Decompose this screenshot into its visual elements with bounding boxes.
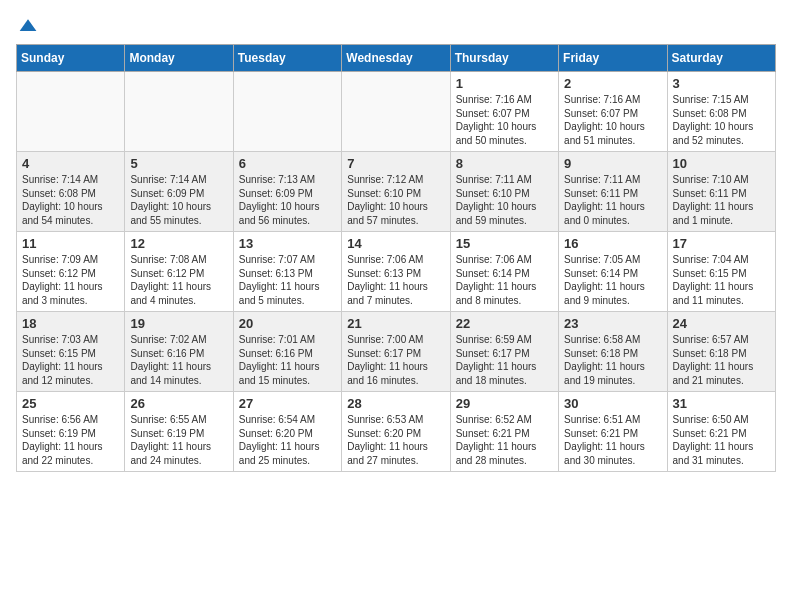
calendar-cell: 31Sunrise: 6:50 AMSunset: 6:21 PMDayligh… xyxy=(667,392,775,472)
day-info: Sunrise: 7:09 AMSunset: 6:12 PMDaylight:… xyxy=(22,253,119,307)
day-of-week-header: Monday xyxy=(125,45,233,72)
calendar-cell: 30Sunrise: 6:51 AMSunset: 6:21 PMDayligh… xyxy=(559,392,667,472)
calendar-cell: 18Sunrise: 7:03 AMSunset: 6:15 PMDayligh… xyxy=(17,312,125,392)
calendar-cell: 5Sunrise: 7:14 AMSunset: 6:09 PMDaylight… xyxy=(125,152,233,232)
day-number: 21 xyxy=(347,316,444,331)
day-info: Sunrise: 7:02 AMSunset: 6:16 PMDaylight:… xyxy=(130,333,227,387)
calendar-cell: 2Sunrise: 7:16 AMSunset: 6:07 PMDaylight… xyxy=(559,72,667,152)
day-info: Sunrise: 7:00 AMSunset: 6:17 PMDaylight:… xyxy=(347,333,444,387)
day-info: Sunrise: 7:05 AMSunset: 6:14 PMDaylight:… xyxy=(564,253,661,307)
day-info: Sunrise: 6:53 AMSunset: 6:20 PMDaylight:… xyxy=(347,413,444,467)
calendar-cell xyxy=(17,72,125,152)
day-number: 9 xyxy=(564,156,661,171)
calendar-cell: 7Sunrise: 7:12 AMSunset: 6:10 PMDaylight… xyxy=(342,152,450,232)
day-number: 3 xyxy=(673,76,770,91)
calendar-header-row: SundayMondayTuesdayWednesdayThursdayFrid… xyxy=(17,45,776,72)
calendar-cell: 16Sunrise: 7:05 AMSunset: 6:14 PMDayligh… xyxy=(559,232,667,312)
day-info: Sunrise: 6:56 AMSunset: 6:19 PMDaylight:… xyxy=(22,413,119,467)
day-info: Sunrise: 7:04 AMSunset: 6:15 PMDaylight:… xyxy=(673,253,770,307)
calendar-cell: 25Sunrise: 6:56 AMSunset: 6:19 PMDayligh… xyxy=(17,392,125,472)
day-number: 2 xyxy=(564,76,661,91)
calendar-cell: 1Sunrise: 7:16 AMSunset: 6:07 PMDaylight… xyxy=(450,72,558,152)
calendar-cell: 27Sunrise: 6:54 AMSunset: 6:20 PMDayligh… xyxy=(233,392,341,472)
day-number: 24 xyxy=(673,316,770,331)
calendar-week-row: 25Sunrise: 6:56 AMSunset: 6:19 PMDayligh… xyxy=(17,392,776,472)
calendar-cell: 19Sunrise: 7:02 AMSunset: 6:16 PMDayligh… xyxy=(125,312,233,392)
day-number: 4 xyxy=(22,156,119,171)
calendar-cell: 10Sunrise: 7:10 AMSunset: 6:11 PMDayligh… xyxy=(667,152,775,232)
day-number: 30 xyxy=(564,396,661,411)
calendar-cell: 22Sunrise: 6:59 AMSunset: 6:17 PMDayligh… xyxy=(450,312,558,392)
day-info: Sunrise: 7:16 AMSunset: 6:07 PMDaylight:… xyxy=(456,93,553,147)
calendar-cell: 24Sunrise: 6:57 AMSunset: 6:18 PMDayligh… xyxy=(667,312,775,392)
day-info: Sunrise: 7:01 AMSunset: 6:16 PMDaylight:… xyxy=(239,333,336,387)
calendar-cell: 11Sunrise: 7:09 AMSunset: 6:12 PMDayligh… xyxy=(17,232,125,312)
day-number: 29 xyxy=(456,396,553,411)
day-info: Sunrise: 7:11 AMSunset: 6:11 PMDaylight:… xyxy=(564,173,661,227)
calendar-week-row: 4Sunrise: 7:14 AMSunset: 6:08 PMDaylight… xyxy=(17,152,776,232)
calendar-cell xyxy=(233,72,341,152)
day-info: Sunrise: 6:59 AMSunset: 6:17 PMDaylight:… xyxy=(456,333,553,387)
day-of-week-header: Tuesday xyxy=(233,45,341,72)
calendar-cell: 26Sunrise: 6:55 AMSunset: 6:19 PMDayligh… xyxy=(125,392,233,472)
day-info: Sunrise: 7:06 AMSunset: 6:14 PMDaylight:… xyxy=(456,253,553,307)
calendar-cell xyxy=(125,72,233,152)
day-number: 1 xyxy=(456,76,553,91)
calendar-cell: 8Sunrise: 7:11 AMSunset: 6:10 PMDaylight… xyxy=(450,152,558,232)
day-info: Sunrise: 7:14 AMSunset: 6:08 PMDaylight:… xyxy=(22,173,119,227)
day-info: Sunrise: 7:03 AMSunset: 6:15 PMDaylight:… xyxy=(22,333,119,387)
page-header xyxy=(16,16,776,36)
day-info: Sunrise: 6:58 AMSunset: 6:18 PMDaylight:… xyxy=(564,333,661,387)
day-info: Sunrise: 6:55 AMSunset: 6:19 PMDaylight:… xyxy=(130,413,227,467)
calendar-cell: 6Sunrise: 7:13 AMSunset: 6:09 PMDaylight… xyxy=(233,152,341,232)
calendar-cell: 3Sunrise: 7:15 AMSunset: 6:08 PMDaylight… xyxy=(667,72,775,152)
day-info: Sunrise: 7:16 AMSunset: 6:07 PMDaylight:… xyxy=(564,93,661,147)
day-info: Sunrise: 7:10 AMSunset: 6:11 PMDaylight:… xyxy=(673,173,770,227)
day-info: Sunrise: 6:57 AMSunset: 6:18 PMDaylight:… xyxy=(673,333,770,387)
logo-icon xyxy=(18,16,38,36)
day-info: Sunrise: 7:12 AMSunset: 6:10 PMDaylight:… xyxy=(347,173,444,227)
day-number: 14 xyxy=(347,236,444,251)
day-number: 25 xyxy=(22,396,119,411)
calendar-cell: 23Sunrise: 6:58 AMSunset: 6:18 PMDayligh… xyxy=(559,312,667,392)
day-info: Sunrise: 7:11 AMSunset: 6:10 PMDaylight:… xyxy=(456,173,553,227)
day-info: Sunrise: 7:15 AMSunset: 6:08 PMDaylight:… xyxy=(673,93,770,147)
day-number: 7 xyxy=(347,156,444,171)
day-number: 31 xyxy=(673,396,770,411)
calendar-cell: 4Sunrise: 7:14 AMSunset: 6:08 PMDaylight… xyxy=(17,152,125,232)
day-of-week-header: Thursday xyxy=(450,45,558,72)
day-of-week-header: Wednesday xyxy=(342,45,450,72)
day-number: 19 xyxy=(130,316,227,331)
day-info: Sunrise: 7:13 AMSunset: 6:09 PMDaylight:… xyxy=(239,173,336,227)
day-number: 8 xyxy=(456,156,553,171)
day-of-week-header: Saturday xyxy=(667,45,775,72)
day-number: 12 xyxy=(130,236,227,251)
calendar-cell: 20Sunrise: 7:01 AMSunset: 6:16 PMDayligh… xyxy=(233,312,341,392)
day-number: 15 xyxy=(456,236,553,251)
day-number: 11 xyxy=(22,236,119,251)
day-number: 20 xyxy=(239,316,336,331)
day-number: 6 xyxy=(239,156,336,171)
calendar-cell: 12Sunrise: 7:08 AMSunset: 6:12 PMDayligh… xyxy=(125,232,233,312)
day-info: Sunrise: 6:54 AMSunset: 6:20 PMDaylight:… xyxy=(239,413,336,467)
day-number: 27 xyxy=(239,396,336,411)
day-info: Sunrise: 7:07 AMSunset: 6:13 PMDaylight:… xyxy=(239,253,336,307)
day-number: 10 xyxy=(673,156,770,171)
calendar-cell: 13Sunrise: 7:07 AMSunset: 6:13 PMDayligh… xyxy=(233,232,341,312)
calendar-cell: 29Sunrise: 6:52 AMSunset: 6:21 PMDayligh… xyxy=(450,392,558,472)
day-number: 13 xyxy=(239,236,336,251)
day-number: 22 xyxy=(456,316,553,331)
day-info: Sunrise: 7:14 AMSunset: 6:09 PMDaylight:… xyxy=(130,173,227,227)
calendar-week-row: 1Sunrise: 7:16 AMSunset: 6:07 PMDaylight… xyxy=(17,72,776,152)
calendar-week-row: 18Sunrise: 7:03 AMSunset: 6:15 PMDayligh… xyxy=(17,312,776,392)
day-info: Sunrise: 6:51 AMSunset: 6:21 PMDaylight:… xyxy=(564,413,661,467)
calendar-cell: 14Sunrise: 7:06 AMSunset: 6:13 PMDayligh… xyxy=(342,232,450,312)
calendar-cell: 9Sunrise: 7:11 AMSunset: 6:11 PMDaylight… xyxy=(559,152,667,232)
day-info: Sunrise: 6:52 AMSunset: 6:21 PMDaylight:… xyxy=(456,413,553,467)
day-of-week-header: Sunday xyxy=(17,45,125,72)
logo xyxy=(16,16,38,36)
calendar-cell: 28Sunrise: 6:53 AMSunset: 6:20 PMDayligh… xyxy=(342,392,450,472)
day-number: 26 xyxy=(130,396,227,411)
day-number: 17 xyxy=(673,236,770,251)
day-number: 16 xyxy=(564,236,661,251)
